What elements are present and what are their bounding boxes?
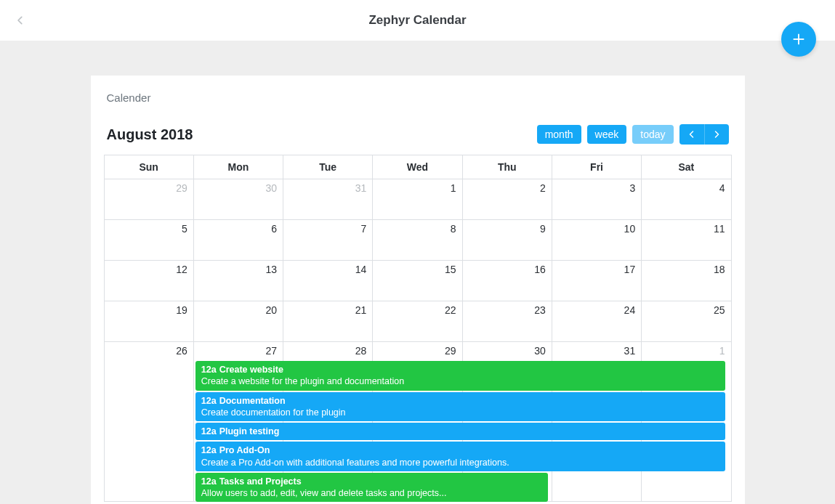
day-number: 14 bbox=[355, 264, 367, 275]
view-month-button[interactable]: month bbox=[537, 125, 581, 144]
day-header: Mon bbox=[193, 155, 283, 179]
day-number: 2 bbox=[540, 182, 546, 194]
day-number: 23 bbox=[534, 304, 546, 316]
day-number: 11 bbox=[714, 223, 725, 235]
day-number: 15 bbox=[445, 264, 456, 275]
event-time: 12a bbox=[201, 365, 217, 375]
calendar-controls: month week today bbox=[537, 124, 729, 145]
chevron-left-icon bbox=[687, 130, 696, 139]
chevron-right-icon bbox=[712, 130, 721, 139]
topbar: Zephyr Calendar bbox=[0, 0, 835, 41]
day-cell[interactable]: 25 bbox=[642, 301, 731, 342]
calendar-card: Calender August 2018 month week today bbox=[91, 76, 745, 504]
day-cell[interactable]: 31 bbox=[552, 342, 641, 502]
day-header: Thu bbox=[462, 155, 552, 179]
day-cell[interactable]: 21 bbox=[283, 301, 373, 342]
day-cell[interactable]: 2 bbox=[462, 179, 552, 220]
nav-button-group bbox=[679, 124, 729, 145]
day-cell[interactable]: 30 bbox=[462, 342, 552, 502]
day-cell[interactable]: 2712aCreate websiteCreate a website for … bbox=[193, 342, 283, 502]
day-cell[interactable]: 20 bbox=[193, 301, 283, 342]
day-number: 20 bbox=[265, 304, 277, 316]
day-number: 5 bbox=[182, 223, 187, 235]
day-cell[interactable]: 31 bbox=[283, 179, 373, 220]
card-title: Calender bbox=[91, 76, 745, 124]
day-number: 31 bbox=[624, 345, 636, 357]
event-title: Plugin testing bbox=[219, 426, 280, 436]
day-number: 22 bbox=[445, 304, 456, 316]
event-title: Pro Add-On bbox=[219, 445, 270, 455]
back-button[interactable] bbox=[12, 12, 29, 29]
event-time: 12a bbox=[201, 476, 217, 487]
day-cell[interactable]: 15 bbox=[373, 261, 462, 301]
day-cell[interactable]: 16 bbox=[462, 261, 552, 301]
day-cell[interactable]: 9 bbox=[462, 220, 552, 261]
day-number: 10 bbox=[624, 223, 636, 235]
day-cell[interactable]: 6 bbox=[193, 220, 283, 261]
calendar-grid: SunMonTueWedThuFriSat 293031123456789101… bbox=[104, 155, 732, 502]
day-cell[interactable]: 4 bbox=[642, 179, 731, 220]
day-number: 1 bbox=[451, 182, 456, 194]
day-number: 13 bbox=[265, 264, 277, 275]
view-week-button[interactable]: week bbox=[587, 125, 627, 144]
day-cell[interactable]: 12 bbox=[104, 261, 193, 301]
calendar-header: August 2018 month week today bbox=[91, 124, 745, 155]
day-number: 26 bbox=[176, 345, 187, 357]
day-cell[interactable]: 14 bbox=[283, 261, 373, 301]
day-cell[interactable]: 1 bbox=[373, 179, 462, 220]
day-number: 7 bbox=[361, 223, 367, 235]
day-number: 6 bbox=[271, 223, 277, 235]
day-number: 16 bbox=[534, 264, 546, 275]
day-number: 30 bbox=[265, 182, 277, 194]
day-number: 25 bbox=[714, 304, 725, 316]
day-cell[interactable]: 7 bbox=[283, 220, 373, 261]
day-header: Tue bbox=[283, 155, 373, 179]
day-header: Sun bbox=[104, 155, 193, 179]
add-button[interactable] bbox=[781, 22, 816, 57]
day-header: Wed bbox=[373, 155, 462, 179]
day-header: Fri bbox=[552, 155, 641, 179]
events-wrap: 12aCreate websiteCreate a website for th… bbox=[194, 359, 283, 502]
chevron-left-icon bbox=[15, 15, 25, 25]
day-cell[interactable]: 19 bbox=[104, 301, 193, 342]
day-cell[interactable]: 13 bbox=[193, 261, 283, 301]
day-cell[interactable]: 24 bbox=[552, 301, 641, 342]
day-cell[interactable]: 17 bbox=[552, 261, 641, 301]
event-title: Create website bbox=[219, 365, 283, 375]
day-number: 29 bbox=[445, 345, 456, 357]
day-number: 1 bbox=[719, 345, 725, 357]
plus-icon bbox=[791, 31, 807, 47]
event-title: Documentation bbox=[219, 396, 286, 406]
event-time: 12a bbox=[201, 445, 217, 455]
day-number: 28 bbox=[355, 345, 367, 357]
day-cell[interactable]: 18 bbox=[642, 261, 731, 301]
day-number: 30 bbox=[534, 345, 546, 357]
day-cell[interactable]: 8 bbox=[373, 220, 462, 261]
day-cell[interactable]: 22 bbox=[373, 301, 462, 342]
day-cell[interactable]: 29 bbox=[373, 342, 462, 502]
day-number: 29 bbox=[176, 182, 187, 194]
day-number: 3 bbox=[629, 182, 635, 194]
day-number: 24 bbox=[624, 304, 636, 316]
day-cell[interactable]: 26 bbox=[104, 342, 193, 502]
next-button[interactable] bbox=[704, 124, 729, 145]
day-cell[interactable]: 3 bbox=[552, 179, 641, 220]
day-cell[interactable]: 30 bbox=[193, 179, 283, 220]
day-number: 18 bbox=[714, 264, 725, 275]
prev-button[interactable] bbox=[679, 124, 704, 145]
day-number: 12 bbox=[176, 264, 187, 275]
event-time: 12a bbox=[201, 396, 217, 406]
day-cell[interactable]: 23 bbox=[462, 301, 552, 342]
day-cell[interactable]: 5 bbox=[104, 220, 193, 261]
day-number: 21 bbox=[355, 304, 367, 316]
day-number: 17 bbox=[624, 264, 636, 275]
day-cell[interactable]: 28 bbox=[283, 342, 373, 502]
day-cell[interactable]: 10 bbox=[552, 220, 641, 261]
day-number: 27 bbox=[265, 345, 277, 357]
day-number: 9 bbox=[540, 223, 546, 235]
day-cell[interactable]: 11 bbox=[642, 220, 731, 261]
day-number: 31 bbox=[355, 182, 367, 194]
day-cell[interactable]: 1 bbox=[642, 342, 731, 502]
today-button[interactable]: today bbox=[632, 125, 673, 144]
day-cell[interactable]: 29 bbox=[104, 179, 193, 220]
